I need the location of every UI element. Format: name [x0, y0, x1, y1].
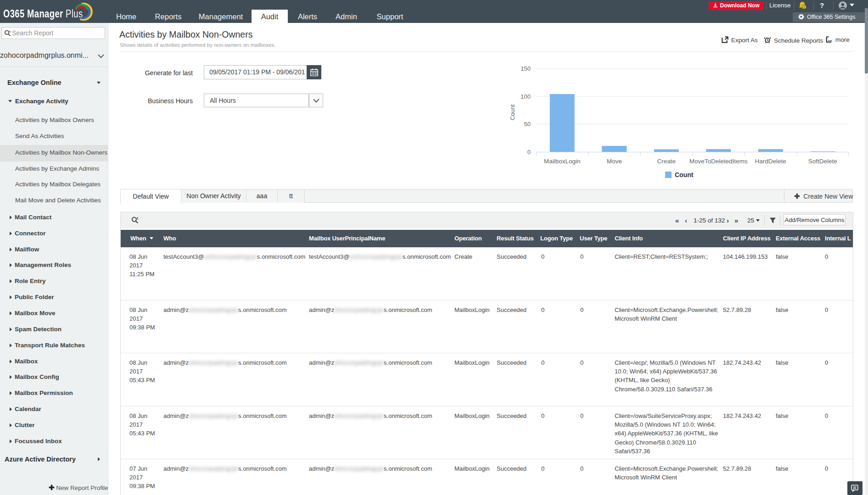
svg-text:HardDelete: HardDelete	[755, 158, 786, 165]
svg-text:100: 100	[521, 93, 531, 100]
svg-text:50: 50	[524, 121, 531, 128]
svg-text:Count: Count	[675, 171, 694, 178]
svg-text:Count: Count	[510, 104, 516, 120]
svg-text:Create: Create	[657, 158, 676, 165]
svg-text:0: 0	[527, 149, 531, 156]
svg-text:150: 150	[521, 65, 531, 72]
svg-text:MoveToDeletedItems: MoveToDeletedItems	[689, 158, 748, 165]
svg-text:MailboxLogin: MailboxLogin	[544, 158, 581, 165]
svg-text:SoftDelete: SoftDelete	[808, 158, 837, 165]
svg-text:Move: Move	[607, 158, 622, 165]
svg-text:!: !	[804, 6, 805, 10]
